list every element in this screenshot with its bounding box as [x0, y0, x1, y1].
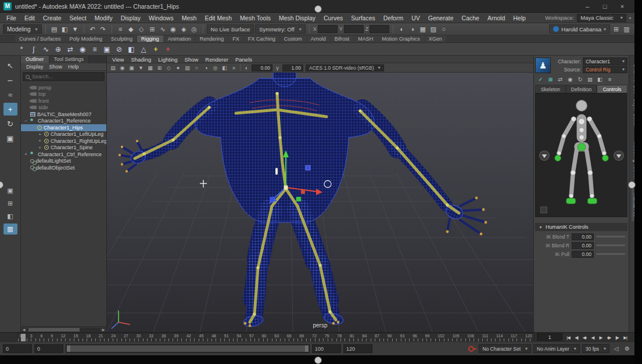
outliner-row[interactable]: front — [21, 98, 106, 104]
shadows-icon[interactable]: ◑ — [202, 64, 210, 72]
new-scene-icon[interactable]: ▤ — [49, 24, 59, 34]
menu-item[interactable]: Display — [117, 15, 145, 21]
menu-item[interactable]: Generate — [424, 15, 458, 21]
shelf-tab[interactable]: Custom — [280, 35, 306, 42]
expand-toggle-icon[interactable]: − — [23, 118, 28, 124]
hik-field-slider[interactable] — [596, 236, 625, 237]
viewport-menu-item[interactable]: Shading — [127, 56, 155, 63]
hypershade-icon[interactable]: ▨ — [428, 24, 438, 34]
layout-outliner-persp-icon[interactable]: ▥ — [3, 224, 17, 235]
outliner-tab[interactable]: Outliner — [21, 56, 49, 63]
menu-item[interactable]: UV — [407, 15, 424, 21]
gamma-icon[interactable]: γ — [273, 64, 282, 72]
outliner-row[interactable]: + Character1_RightUpLeg — [21, 138, 106, 145]
lasso-tool-icon[interactable]: ∽ — [3, 74, 17, 87]
open-scene-icon[interactable]: ◧ — [60, 24, 70, 34]
gamma-field[interactable]: 1.00 — [282, 64, 303, 71]
character-map-figure[interactable] — [536, 93, 627, 217]
shelf-tab[interactable]: Poly Modeling — [66, 35, 107, 42]
menu-item[interactable]: Mesh Display — [275, 15, 320, 21]
mirror-joint-icon[interactable]: ⇄ — [65, 44, 76, 55]
current-time-field[interactable]: 1 — [537, 333, 562, 341]
symmetry-select[interactable]: Symmetry: Off ▾ — [255, 24, 306, 34]
step-fwd-frame-icon[interactable]: |▶ — [613, 333, 621, 341]
step-fwd-key-icon[interactable]: •▶ — [605, 333, 613, 341]
select-tool-icon[interactable]: ↖ — [3, 59, 17, 72]
outliner-row[interactable]: top — [21, 91, 106, 98]
lock-workspace-icon[interactable]: ▪ — [629, 15, 631, 21]
menu-item[interactable]: Mesh Tools — [236, 15, 275, 21]
range-slider-handle[interactable] — [67, 345, 309, 352]
hik-pin-icon[interactable]: ◧ — [596, 75, 604, 83]
close-button[interactable]: × — [614, 0, 631, 12]
menu-item[interactable]: Windows — [145, 15, 178, 21]
menu-item[interactable]: Modify — [91, 15, 117, 21]
animation-end-field[interactable]: 120 — [343, 344, 372, 353]
axis-input[interactable] — [344, 25, 364, 33]
shelf-tab[interactable]: MASH — [354, 35, 377, 42]
view-transform-select[interactable]: ACES 1.0 SDR-video (sRGB) ▾ — [306, 64, 384, 71]
hik-field-value[interactable]: 0.00 — [572, 233, 594, 240]
scroll-track[interactable] — [27, 328, 100, 331]
animation-start-field[interactable]: 0 — [3, 344, 32, 353]
grid-toggle-icon[interactable]: ⊞ — [611, 24, 621, 34]
hik-field-slider[interactable] — [596, 244, 625, 246]
snap-point-icon[interactable]: ◉ — [168, 24, 178, 34]
wireframe-icon[interactable]: ◇ — [164, 64, 173, 72]
outliner-row[interactable]: defaultLightSet — [21, 158, 106, 165]
auto-keyframe-icon[interactable] — [468, 344, 476, 353]
detach-skin-icon[interactable]: ⊘ — [114, 44, 124, 55]
textured-icon[interactable]: ▨ — [183, 64, 192, 72]
render-settings-icon[interactable]: ▦ — [418, 24, 428, 34]
viewport-canvas[interactable]: persp — [107, 73, 533, 332]
scroll-right-icon[interactable]: ▶ — [101, 327, 106, 331]
range-slider[interactable] — [66, 344, 310, 353]
hik-refresh-icon[interactable]: ↻ — [576, 75, 584, 83]
paint-weights-icon[interactable]: ◧ — [126, 44, 137, 55]
outliner-tab[interactable]: Tool Settings — [49, 56, 89, 63]
hik-field-value[interactable]: 0.00 — [572, 251, 594, 258]
outliner-row[interactable]: + Character1_Ctrl_Reference — [21, 151, 106, 158]
shelf-tab[interactable]: Curves / Surfaces — [15, 35, 65, 42]
exposure-icon[interactable]: ◐ — [242, 64, 251, 72]
play-backwards-icon[interactable]: ◀ — [589, 333, 597, 341]
mute-playback-icon[interactable]: ◁ — [612, 344, 621, 353]
hik-field-value[interactable]: 0.00 — [572, 242, 594, 249]
lighting-icon[interactable]: ○ — [192, 64, 201, 72]
control-locator-icon[interactable]: + — [163, 44, 173, 55]
move-tool-icon[interactable]: + — [3, 103, 17, 116]
snap-curve-icon[interactable]: ∿ — [158, 24, 168, 34]
outliner-row[interactable]: − Character1_Reference — [21, 118, 106, 125]
anim-layer-select[interactable]: No Anim Layer ▾ — [533, 344, 580, 353]
layout-four-pane-icon[interactable]: ⊞ — [3, 198, 17, 209]
hik-controls-section-header[interactable]: ▼ HumanIK Controls — [535, 223, 627, 231]
make-live-icon[interactable]: ◎ — [189, 24, 199, 34]
hik-tab[interactable]: Skeleton — [535, 85, 566, 93]
paint-select-tool-icon[interactable]: ≈ — [3, 88, 17, 101]
playback-end-field[interactable]: 100 — [312, 344, 341, 353]
map-nav-left-button[interactable] — [540, 151, 550, 161]
viewport-menu-item[interactable]: Renderer — [202, 56, 232, 63]
go-to-end-icon[interactable]: ▶| — [621, 333, 629, 341]
camera-attrs-icon[interactable]: ▣ — [127, 64, 136, 72]
select-object-icon[interactable]: ◆ — [126, 24, 136, 34]
menu-item[interactable]: Cache — [458, 15, 483, 21]
viewport-menu-item[interactable]: Panels — [232, 56, 256, 63]
animation-preferences-icon[interactable]: ⚙ — [623, 344, 632, 353]
scroll-left-icon[interactable]: ◀ — [21, 327, 27, 331]
isolate-select-icon[interactable]: ◧ — [220, 64, 229, 72]
menu-item[interactable]: Surfaces — [347, 15, 379, 21]
playback-start-field[interactable]: 0 — [34, 344, 63, 353]
hik-start-icon[interactable]: ✓ — [536, 75, 545, 83]
source-select[interactable]: Control Rig ▾ — [583, 66, 627, 73]
workspace-select[interactable]: Maya Classic ▾ — [577, 14, 626, 22]
shelf-tab[interactable]: Arnold — [307, 35, 330, 42]
sidebar-toggle-icon[interactable]: ▥ — [622, 24, 632, 34]
scale-tool-icon[interactable]: ▣ — [3, 132, 17, 145]
time-slider-track[interactable]: 0369121518212427303336394245485154576063… — [17, 333, 535, 342]
outliner-menu-item[interactable]: Display — [24, 64, 46, 70]
outliner-horizontal-scrollbar[interactable]: ◀ ▶ — [21, 326, 106, 332]
menu-item[interactable]: Arnold — [483, 15, 509, 21]
outliner-row[interactable]: Character1_Hips — [21, 124, 106, 131]
axis-input[interactable] — [370, 25, 389, 33]
